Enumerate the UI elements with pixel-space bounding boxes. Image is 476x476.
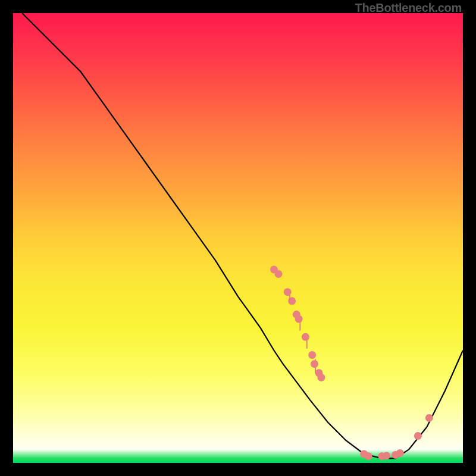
attribution-text: TheBottleneck.com	[355, 1, 462, 15]
data-marker	[308, 351, 316, 359]
chart-svg	[13, 13, 463, 463]
data-marker	[425, 414, 433, 422]
data-marker	[414, 432, 422, 440]
data-marker	[275, 270, 283, 278]
data-marker	[288, 297, 296, 305]
data-marker	[302, 333, 309, 341]
bottleneck-curve	[22, 13, 463, 458]
data-marker	[295, 315, 303, 323]
data-marker	[311, 360, 318, 368]
data-marker	[365, 452, 372, 460]
data-marker	[317, 374, 325, 381]
plot-area	[13, 13, 463, 463]
data-marker	[383, 452, 390, 459]
data-marker	[284, 288, 292, 296]
data-markers	[270, 265, 433, 460]
data-marker	[396, 449, 404, 457]
